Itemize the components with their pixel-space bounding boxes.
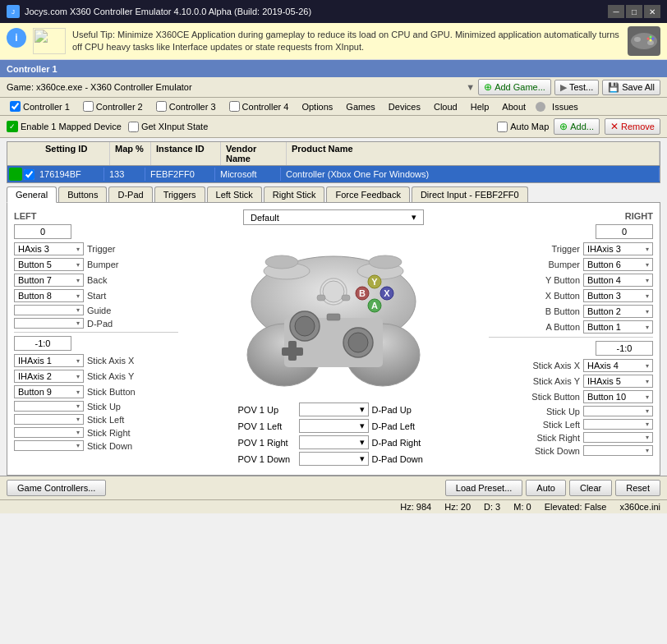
- svg-rect-22: [282, 347, 303, 356]
- left-stick-axis-y-dropdown[interactable]: IHAxis 2▾: [14, 370, 84, 383]
- left-trigger-label: Trigger: [87, 244, 153, 254]
- right-y-dropdown[interactable]: Button 4▾: [583, 274, 653, 287]
- load-preset-button[interactable]: Load Preset...: [445, 480, 523, 496]
- left-start-label: Start: [87, 291, 153, 301]
- enable-mapped-label: Enable 1 Mapped Device: [21, 122, 122, 131]
- tab-left-stick[interactable]: Left Stick: [207, 186, 262, 202]
- left-trigger-row: HAxis 3▾ Trigger: [14, 242, 178, 255]
- add-button[interactable]: ⊕ Add...: [554, 118, 600, 135]
- left-stick-left-label: Stick Left: [87, 415, 153, 425]
- pov-down-dropdown[interactable]: ▾: [299, 452, 369, 466]
- right-stick-btn-dropdown[interactable]: Button 10▾: [583, 390, 653, 403]
- left-stick-right-label: Stick Right: [87, 428, 153, 438]
- left-stick-down-dropdown[interactable]: ▾: [14, 440, 84, 451]
- left-stick-value-box: -1:0: [14, 336, 71, 351]
- cell-vendor: Microsoft: [215, 168, 281, 181]
- left-trigger-dropdown[interactable]: HAxis 3▾: [14, 242, 84, 255]
- menu-controller1[interactable]: Controller 1: [3, 98, 76, 116]
- right-stick-left-dropdown[interactable]: ▾: [583, 419, 653, 430]
- tab-dpad[interactable]: D-Pad: [108, 186, 152, 202]
- auto-map-checkbox[interactable]: Auto Map: [497, 122, 549, 132]
- right-stick-btn-label: Stick Button: [514, 392, 580, 402]
- menu-devices[interactable]: Devices: [382, 98, 427, 116]
- row-checkbox[interactable]: [24, 169, 34, 180]
- left-start-row: Button 8▾ Start: [14, 289, 178, 302]
- add-game-button[interactable]: ⊕ Add Game...: [478, 79, 551, 95]
- menu-help[interactable]: Help: [464, 98, 496, 116]
- right-stick-down-dropdown[interactable]: ▾: [583, 445, 653, 456]
- right-a-label: A Button: [514, 322, 580, 332]
- right-bumper-dropdown[interactable]: Button 6▾: [583, 258, 653, 271]
- menu-controller2[interactable]: Controller 2: [76, 98, 150, 116]
- tab-buttons[interactable]: Buttons: [58, 186, 107, 202]
- right-stick-right-dropdown[interactable]: ▾: [583, 432, 653, 443]
- right-stick-left-row: Stick Left ▾: [489, 419, 653, 430]
- right-trigger-dropdown[interactable]: IHAxis 3▾: [583, 242, 653, 255]
- left-bumper-dropdown[interactable]: Button 5▾: [14, 258, 84, 271]
- left-stick-left-dropdown[interactable]: ▾: [14, 414, 84, 425]
- right-stick-down-row: Stick Down ▾: [489, 445, 653, 456]
- left-start-dropdown[interactable]: Button 8▾: [14, 289, 84, 302]
- right-x-row: X Button Button 3▾: [489, 289, 653, 302]
- right-stick-up-dropdown[interactable]: ▾: [583, 406, 653, 416]
- left-back-dropdown[interactable]: Button 7▾: [14, 274, 84, 287]
- right-x-dropdown[interactable]: Button 3▾: [583, 289, 653, 302]
- controller3-checkbox[interactable]: [156, 101, 167, 112]
- menu-issues[interactable]: Issues: [549, 98, 582, 116]
- left-stick-axis-x-dropdown[interactable]: IHAxis 1▾: [14, 354, 84, 367]
- menu-controller3[interactable]: Controller 3: [150, 98, 223, 116]
- remove-button[interactable]: ✕ Remove: [605, 118, 660, 135]
- tab-right-stick[interactable]: Right Stick: [264, 186, 325, 202]
- controller4-checkbox[interactable]: [229, 101, 240, 112]
- clear-button[interactable]: Clear: [569, 480, 612, 496]
- controller1-checkbox[interactable]: [10, 101, 21, 112]
- right-stick-axis-x-dropdown[interactable]: HAxis 4▾: [583, 359, 653, 372]
- tab-triggers[interactable]: Triggers: [154, 186, 205, 202]
- menu-games[interactable]: Games: [339, 98, 381, 116]
- pov-right-dropdown[interactable]: ▾: [299, 435, 369, 449]
- preset-dropdown[interactable]: Default ▾: [243, 209, 424, 225]
- test-button[interactable]: ▶ Test...: [554, 80, 599, 95]
- pov-left-label: POV 1 Left: [238, 421, 296, 431]
- maximize-button[interactable]: □: [626, 5, 642, 18]
- auto-button[interactable]: Auto: [526, 480, 566, 496]
- left-stick-right-dropdown[interactable]: ▾: [14, 427, 84, 438]
- pov-up-dropdown[interactable]: ▾: [299, 402, 369, 416]
- tab-general[interactable]: General: [7, 186, 57, 203]
- left-guide-row: ▾ Guide: [14, 305, 178, 315]
- left-stick-axis-y-row: IHAxis 2▾ Stick Axis Y: [14, 370, 178, 383]
- minimize-button[interactable]: ─: [608, 5, 624, 18]
- pov-left-value: D-Pad Left: [372, 421, 430, 431]
- left-dpad-dropdown[interactable]: ▾: [14, 318, 84, 329]
- controller2-checkbox[interactable]: [83, 101, 94, 112]
- right-y-label: Y Button: [514, 275, 580, 285]
- enable-mapped-device-checkbox[interactable]: ✓ Enable 1 Mapped Device: [7, 121, 122, 132]
- save-all-button[interactable]: 💾 Save All: [602, 80, 660, 95]
- controller-title: Controller 1: [7, 64, 58, 74]
- right-a-dropdown[interactable]: Button 1▾: [583, 320, 653, 334]
- tab-force-feedback[interactable]: Force Feedback: [326, 186, 409, 202]
- right-column: RIGHT 0 Trigger IHAxis 3▾ Bumper Button …: [489, 209, 653, 468]
- menu-options[interactable]: Options: [295, 98, 339, 116]
- table-row[interactable]: 176194BF 133 FEBF2FF0 Microsoft Controll…: [7, 166, 660, 182]
- get-xinput-checkbox[interactable]: Get XInput State: [128, 122, 208, 132]
- left-stick-btn-dropdown[interactable]: Button 9▾: [14, 385, 84, 398]
- tab-direct-input[interactable]: Direct Input - FEBF2FF0: [412, 186, 528, 202]
- left-guide-dropdown[interactable]: ▾: [14, 305, 84, 315]
- pov-up-label: POV 1 Up: [238, 405, 296, 415]
- close-button[interactable]: ✕: [644, 5, 660, 18]
- pov-right-value: D-Pad Right: [372, 438, 430, 448]
- right-stick-down-label: Stick Down: [514, 446, 580, 456]
- game-controllers-button[interactable]: Game Controllers...: [7, 480, 106, 496]
- reset-button[interactable]: Reset: [615, 480, 660, 496]
- svg-point-5: [652, 38, 655, 40]
- right-b-dropdown[interactable]: Button 2▾: [583, 305, 653, 318]
- menu-cloud[interactable]: Cloud: [427, 98, 464, 116]
- right-b-label: B Button: [514, 306, 580, 316]
- menu-controller4[interactable]: Controller 4: [223, 98, 296, 116]
- right-stick-axis-y-dropdown[interactable]: IHAxis 5▾: [583, 375, 653, 388]
- menu-about[interactable]: About: [495, 98, 532, 116]
- left-stick-up-dropdown[interactable]: ▾: [14, 401, 84, 412]
- pov-right-label: POV 1 Right: [238, 438, 296, 448]
- pov-left-dropdown[interactable]: ▾: [299, 419, 369, 433]
